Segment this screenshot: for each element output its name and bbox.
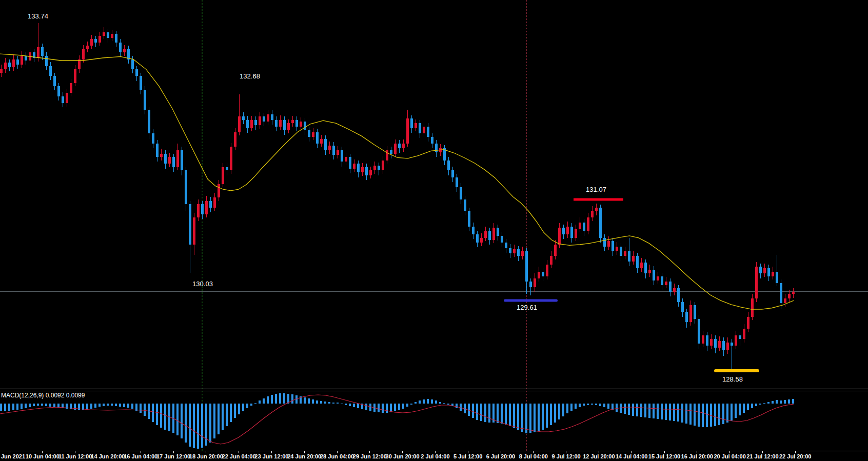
candle-body	[726, 343, 729, 351]
candle-body	[710, 339, 713, 346]
candle-body	[345, 157, 347, 162]
candle-body	[230, 147, 232, 170]
macd-bar	[131, 404, 133, 409]
candle-body	[435, 144, 438, 152]
macd-bar	[694, 404, 696, 426]
candle-body	[562, 228, 565, 234]
candle-body	[784, 298, 786, 303]
candle-body	[49, 66, 52, 76]
candle-body	[640, 263, 643, 268]
macd-bar	[435, 400, 437, 404]
candle-body	[394, 144, 397, 154]
macd-bar	[107, 404, 109, 406]
candle-body	[66, 93, 68, 103]
time-axis-label: 22 Jun 04:00	[222, 453, 256, 459]
chart-canvas[interactable]	[0, 0, 868, 461]
macd-bar	[357, 404, 359, 408]
candle-body	[636, 256, 639, 268]
macd-bar	[780, 400, 782, 404]
macd-bar	[427, 399, 429, 404]
macd-bar	[254, 403, 257, 404]
candle-body	[234, 132, 236, 147]
price-annotation: 131.07	[586, 186, 606, 193]
macd-bar	[185, 404, 187, 443]
candle-body	[295, 120, 298, 127]
candle-body	[776, 272, 778, 283]
candle-body	[751, 298, 754, 316]
candle-body	[349, 157, 351, 168]
candle-body	[160, 154, 163, 157]
candle-body	[16, 59, 19, 65]
candle-body	[788, 294, 791, 298]
candle-body	[423, 127, 425, 133]
candle-body	[735, 335, 737, 346]
macd-bar	[33, 404, 35, 406]
macd-bar	[661, 404, 663, 419]
macd-bar	[218, 404, 220, 434]
macd-bar	[517, 404, 519, 430]
candle-body	[140, 76, 142, 89]
macd-bar	[328, 402, 330, 404]
macd-bar	[788, 399, 790, 404]
candle-body	[4, 63, 7, 69]
candle-body	[144, 90, 146, 110]
macd-bar	[209, 404, 211, 443]
macd-bar	[267, 396, 269, 404]
candle-body	[250, 120, 253, 128]
time-axis-label: 14 Jul 04:00	[616, 453, 647, 459]
candle-body	[369, 170, 372, 175]
macd-bar	[181, 404, 183, 438]
macd-bar	[739, 404, 741, 415]
macd-bar	[570, 404, 573, 411]
macd-bar	[90, 404, 92, 409]
macd-bar	[665, 404, 667, 420]
candle-body	[665, 282, 667, 285]
candle-body	[517, 249, 520, 256]
macd-bar	[501, 404, 503, 424]
candle-body	[135, 69, 138, 76]
time-axis-label: 28 Jun 04:00	[320, 453, 354, 459]
candle-body	[472, 227, 475, 235]
macd-bar	[398, 404, 400, 410]
macd-bar	[460, 404, 462, 411]
candle-body	[739, 335, 741, 339]
candle-body	[332, 146, 335, 155]
candle-body	[575, 229, 577, 238]
candle-body	[747, 317, 749, 329]
time-axis-label: 18 Jun 20:00	[189, 453, 223, 459]
candle-body	[8, 63, 11, 67]
candle-body	[427, 127, 429, 137]
candle-body	[599, 208, 602, 238]
macd-bar	[583, 404, 585, 406]
candle-body	[53, 76, 56, 86]
candle-body	[316, 132, 319, 144]
candle-body	[681, 302, 684, 312]
candle-body	[554, 245, 557, 256]
macd-bar	[135, 404, 137, 411]
candle-body	[410, 118, 413, 128]
candle-body	[213, 197, 216, 208]
macd-bar	[575, 404, 577, 409]
macd-bar	[349, 404, 351, 406]
candle-body	[197, 204, 200, 217]
candle-body	[706, 335, 708, 346]
trading-chart-window[interactable]: MACD(12,26,9) 0.0092 0.0099 133.74132.68…	[0, 0, 868, 461]
macd-bar	[324, 402, 326, 404]
candle-body	[308, 130, 310, 137]
candle-body	[718, 341, 721, 348]
candle-body	[497, 228, 499, 236]
price-annotation: 132.68	[240, 72, 260, 80]
candle-body	[583, 223, 585, 231]
macd-bar	[529, 404, 531, 433]
macd-bar	[513, 404, 515, 428]
candle-body	[205, 201, 208, 214]
time-axis-label: 8 Jul 04:00	[519, 453, 548, 459]
candle-body	[37, 47, 40, 58]
macd-bar	[628, 404, 630, 415]
macd-bar	[37, 404, 39, 406]
candle-body	[587, 217, 589, 231]
candle-body	[361, 167, 364, 173]
macd-bar	[534, 404, 536, 432]
candle-body	[246, 120, 249, 128]
candle-body	[661, 276, 663, 285]
